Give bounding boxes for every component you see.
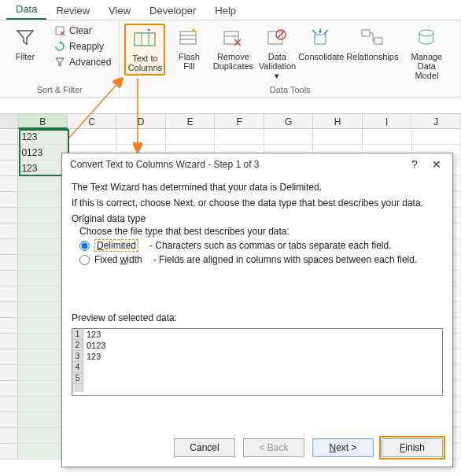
cell[interactable] (18, 239, 68, 255)
row-header[interactable] (0, 286, 18, 302)
reapply-icon (53, 40, 66, 53)
remove-duplicates-icon (220, 25, 245, 50)
group-data-tools: Text toColumns FlashFill RemoveDuplicate… (120, 20, 461, 97)
tab-help[interactable]: Help (205, 2, 245, 20)
radio-delimited[interactable]: DDelimitedelimited - Characters such as … (79, 239, 443, 252)
cell[interactable] (166, 129, 216, 145)
tab-data[interactable]: Data (6, 0, 46, 20)
cell[interactable] (18, 334, 68, 349)
cell[interactable] (215, 129, 264, 145)
preview-scrollbar[interactable]: ◂▸ (72, 392, 442, 396)
row-header[interactable] (0, 271, 18, 286)
tab-view[interactable]: View (99, 2, 140, 20)
cell[interactable] (18, 381, 68, 397)
cell[interactable] (18, 176, 68, 192)
remove-duplicates-button[interactable]: RemoveDuplicates (212, 24, 253, 72)
reapply-button[interactable]: Reapply (50, 39, 114, 54)
col-header-d[interactable]: D (116, 114, 166, 129)
funnel-icon (13, 25, 38, 50)
row-header[interactable] (0, 129, 18, 145)
col-header-j[interactable]: J (411, 114, 461, 129)
row-header[interactable] (0, 365, 18, 381)
group-sort-filter: Filter Clear Reapply Advanced Sort & Fil… (0, 20, 120, 97)
col-header-c[interactable]: C (68, 114, 117, 129)
group-label-data-tools: Data Tools (123, 83, 457, 97)
row-header[interactable] (0, 444, 18, 459)
filter-button[interactable]: Filter (5, 24, 46, 63)
advanced-button[interactable]: Advanced (50, 55, 114, 69)
dialog-title: Convert Text to Columns Wizard - Step 1 … (70, 159, 404, 170)
cell[interactable] (68, 129, 117, 145)
cell[interactable] (18, 192, 68, 208)
row-header[interactable] (0, 223, 18, 239)
data-validation-icon (264, 25, 290, 50)
row-header[interactable] (0, 412, 18, 428)
svg-rect-6 (224, 31, 238, 44)
col-header-i[interactable]: I (363, 114, 412, 129)
flash-fill-button[interactable]: FlashFill (168, 24, 209, 72)
cell[interactable] (18, 318, 68, 334)
relationships-button[interactable]: Relationships (345, 24, 400, 63)
tab-developer[interactable]: Developer (140, 2, 205, 20)
text-to-columns-button[interactable]: Text toColumns (124, 24, 165, 76)
data-validation-button[interactable]: DataValidation ▾ (256, 24, 297, 82)
cell[interactable] (116, 129, 166, 145)
row-header[interactable] (0, 192, 18, 208)
row-header[interactable] (0, 208, 18, 223)
cell[interactable] (363, 129, 412, 145)
cell[interactable]: 123 (18, 129, 68, 145)
select-all-corner[interactable] (0, 114, 18, 129)
radio-fixed-width-input[interactable] (79, 255, 90, 265)
svg-rect-11 (315, 35, 326, 44)
cell[interactable] (18, 365, 68, 381)
radio-delimited-input[interactable] (79, 241, 90, 251)
cell[interactable] (18, 412, 68, 428)
row-header[interactable] (0, 397, 18, 412)
row-header[interactable] (0, 255, 18, 271)
row-header[interactable] (0, 381, 18, 397)
cell[interactable] (18, 397, 68, 412)
cell[interactable] (412, 129, 462, 145)
help-button[interactable]: ? (404, 158, 426, 171)
row-header[interactable] (0, 161, 18, 176)
cell[interactable] (264, 129, 314, 145)
row-header[interactable] (0, 349, 18, 365)
cell[interactable] (18, 286, 68, 302)
col-header-g[interactable]: G (264, 114, 314, 129)
close-button[interactable]: ✕ (426, 158, 448, 171)
col-header-b[interactable]: B (18, 114, 68, 129)
cell[interactable] (18, 223, 68, 239)
clear-button[interactable]: Clear (50, 24, 114, 38)
cell[interactable] (18, 444, 68, 459)
cell[interactable] (18, 428, 68, 444)
cell[interactable] (18, 271, 68, 286)
row-header[interactable] (0, 302, 18, 318)
manage-data-model-button[interactable]: ManageData Model (403, 24, 450, 82)
col-header-f[interactable]: F (215, 114, 264, 129)
cell[interactable] (313, 129, 363, 145)
dialog-titlebar: Convert Text to Columns Wizard - Step 1 … (62, 153, 452, 175)
row-header[interactable] (0, 176, 18, 192)
next-button[interactable]: Next >Next > (312, 438, 374, 457)
cell[interactable] (18, 208, 68, 223)
back-button[interactable]: < Back (243, 438, 304, 457)
cell[interactable] (18, 302, 68, 318)
finish-button[interactable]: FinishFinish (382, 438, 443, 457)
group-label-sort-filter: Sort & Filter (3, 83, 116, 97)
cell[interactable] (18, 255, 68, 271)
consolidate-button[interactable]: Consolidate (301, 24, 341, 63)
row-header[interactable] (0, 334, 18, 349)
row-header[interactable] (0, 145, 18, 161)
tab-review[interactable]: Review (46, 2, 99, 20)
cell[interactable]: 0123 (18, 145, 68, 161)
radio-fixed-width[interactable]: Fixed widthFixed width - Fields are alig… (79, 254, 443, 265)
row-header[interactable] (0, 428, 18, 444)
col-header-e[interactable]: E (166, 114, 216, 129)
row-header[interactable] (0, 318, 18, 334)
col-header-h[interactable]: H (313, 114, 363, 129)
cell[interactable]: 123 (18, 161, 68, 176)
cancel-button[interactable]: Cancel (174, 438, 235, 457)
cell[interactable] (18, 349, 68, 365)
row-header[interactable] (0, 239, 18, 255)
svg-line-10 (278, 31, 284, 38)
